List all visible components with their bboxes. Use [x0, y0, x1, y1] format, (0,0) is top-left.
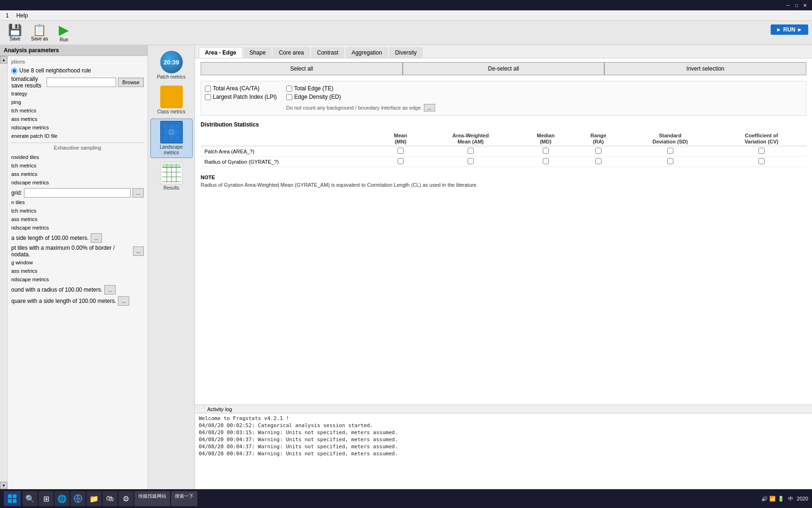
provided-tiles-row: rovided tiles	[11, 154, 144, 160]
te-checkbox[interactable]	[286, 86, 292, 92]
side-length-ellipsis-button[interactable]: ...	[91, 233, 102, 243]
gyrate-std-checkbox[interactable]	[667, 158, 673, 164]
ed-checkbox[interactable]	[286, 94, 292, 100]
invert-selection-button[interactable]: Invert selection	[604, 62, 806, 75]
gyrate-label: Radius of Gyration (GYRATE_?)	[201, 157, 378, 167]
gyrate-range-checkbox[interactable]	[595, 158, 601, 164]
menu-item-1[interactable]: 1	[2, 11, 13, 20]
patch-area-aw-checkbox[interactable]	[468, 148, 474, 154]
nav-icon-results[interactable]: Results	[150, 160, 193, 193]
taskbar-store-button[interactable]: 🛍	[102, 491, 117, 506]
square-ellipsis-button[interactable]: ...	[118, 296, 129, 306]
radius-row: ound with a radius of 100.00 meters. ...	[11, 285, 144, 294]
activity-log-label: Activity log	[207, 406, 232, 412]
taskbar-settings-button[interactable]: ⚙	[118, 491, 133, 506]
log-icon: 📄	[199, 406, 205, 412]
select-all-button[interactable]: Select all	[201, 62, 403, 75]
taskbar-ie-button[interactable]: 🌐	[55, 491, 70, 506]
border-ellipsis-button[interactable]: ...	[133, 246, 144, 256]
save-label: Save	[10, 36, 21, 41]
taskbar-app-search[interactable]: 搜索一下	[171, 491, 197, 506]
scroll-down-button[interactable]: ▼	[0, 482, 8, 489]
taskbar-icons: 🔍 ⊞ 🌐 📁 🛍 ⚙ 传媒找媒网站 搜索一下	[23, 491, 197, 506]
close-button[interactable]: ✕	[802, 2, 808, 8]
note-title: NOTE	[201, 175, 806, 180]
gyrate-cv-checkbox[interactable]	[758, 158, 765, 164]
activity-log-content[interactable]: Welcome to Fragstats v4.2.1 ! 04/08/20 0…	[195, 413, 812, 489]
results-nav-label: Results	[164, 185, 179, 191]
gyrate-mean-checkbox[interactable]	[398, 158, 404, 164]
taskbar-time: 中	[788, 495, 793, 502]
nm-class-label: ass metrics	[11, 216, 38, 222]
tab-area-edge[interactable]: Area - Edge	[199, 47, 242, 58]
patch-area-std-checkbox[interactable]	[667, 148, 673, 154]
cm-label: ass metrics	[11, 171, 38, 177]
radius-ellipsis-button[interactable]: ...	[104, 285, 116, 294]
te-label: Total Edge (TE)	[294, 85, 333, 92]
patch-metrics-icon-img: 20:39	[160, 51, 183, 73]
minimize-button[interactable]: ─	[785, 2, 791, 8]
patch-area-median-checkbox[interactable]	[543, 148, 549, 154]
lpi-checkbox[interactable]	[205, 94, 211, 100]
browse-button[interactable]: Browse	[118, 78, 144, 87]
run-icon: ▶	[59, 24, 69, 37]
tab-diversity[interactable]: Diversity	[389, 47, 423, 58]
svg-rect-17	[8, 494, 12, 498]
taskbar-right: 🔊 📶 🔋 中 2020	[761, 495, 808, 502]
lm-row: ndscape metrics	[11, 180, 144, 185]
gw-landscape-row: ndscape metrics	[11, 277, 144, 282]
save-as-button[interactable]: 📋 Save as	[28, 24, 51, 42]
gyrate-mean-cell	[378, 157, 423, 167]
border-nodata-row: pt tiles with a maximum 0.00% of border …	[11, 245, 144, 258]
content-area: Select all De-select all Invert selectio…	[195, 58, 812, 405]
taskbar-browser-button[interactable]	[70, 491, 86, 506]
total-area-checkbox[interactable]	[205, 86, 211, 92]
n-tiles-label: n tiles	[11, 199, 25, 205]
patch-area-cv-cell	[717, 146, 806, 157]
eight-cell-radio[interactable]	[11, 68, 17, 74]
patch-area-range-checkbox[interactable]	[595, 148, 601, 154]
patch-area-mean-checkbox[interactable]	[398, 148, 404, 154]
top-run-button[interactable]: ► RUN ►	[771, 24, 808, 35]
grid-ellipsis-button[interactable]: ...	[133, 188, 144, 198]
tab-core-area[interactable]: Core area	[273, 47, 310, 58]
taskbar-app-media[interactable]: 传媒找媒网站	[134, 491, 170, 506]
patch-metrics-nav-label: Patch metrics	[157, 74, 186, 80]
stats-col-aw-mean: Area-WeightedMean (AM)	[423, 132, 518, 146]
pm-label: tch metrics	[11, 163, 36, 168]
maximize-button[interactable]: □	[793, 2, 800, 8]
right-panel: Area - Edge Shape Core area Contrast Agg…	[195, 45, 812, 489]
nav-icon-patch-metrics[interactable]: 20:39 Patch metrics	[150, 49, 193, 82]
start-button[interactable]	[4, 491, 21, 506]
run-button[interactable]: ▶ Run	[53, 23, 75, 43]
gyrate-aw-checkbox[interactable]	[468, 158, 474, 164]
scroll-up-button[interactable]: ▲	[0, 56, 8, 64]
taskbar-taskview-button[interactable]: ⊞	[39, 491, 54, 506]
taskbar-file-button[interactable]: 📁	[86, 491, 102, 506]
note-section: NOTE Radius of Gyration Area-Weighted Me…	[201, 175, 806, 188]
deselect-all-button[interactable]: De-select all	[403, 62, 605, 75]
patch-area-median-cell	[518, 146, 573, 157]
taskbar-search-button[interactable]: 🔍	[23, 491, 38, 506]
cm-row: ass metrics	[11, 171, 144, 177]
gyrate-aw-cell	[423, 157, 518, 167]
svg-rect-16	[162, 164, 181, 167]
options-row: ptions	[11, 59, 144, 64]
stats-col-cv: Coefficient ofVariation (CV)	[717, 132, 806, 146]
tab-shape[interactable]: Shape	[243, 47, 272, 58]
selection-buttons-row: Select all De-select all Invert selectio…	[201, 62, 806, 75]
nav-icon-landscape-metrics[interactable]: Landscape metrics	[150, 119, 193, 158]
total-area-label: Total Area (CA/TA)	[213, 85, 259, 92]
ed-label: Edge Density (ED)	[294, 94, 341, 100]
nav-icon-class-metrics[interactable]: Class metrics	[150, 84, 193, 117]
grid-input[interactable]	[24, 188, 131, 198]
save-results-row: tomatically save results Browse	[11, 76, 144, 89]
save-button[interactable]: 💾 Save	[4, 24, 26, 42]
menu-item-help[interactable]: Help	[13, 11, 32, 20]
edge-note-button[interactable]: ...	[424, 104, 435, 111]
patch-area-cv-checkbox[interactable]	[758, 148, 765, 154]
gyrate-median-checkbox[interactable]	[543, 158, 549, 164]
save-results-input[interactable]	[47, 78, 116, 87]
tab-contrast[interactable]: Contrast	[311, 47, 344, 58]
tab-aggregation[interactable]: Aggregation	[345, 47, 388, 58]
